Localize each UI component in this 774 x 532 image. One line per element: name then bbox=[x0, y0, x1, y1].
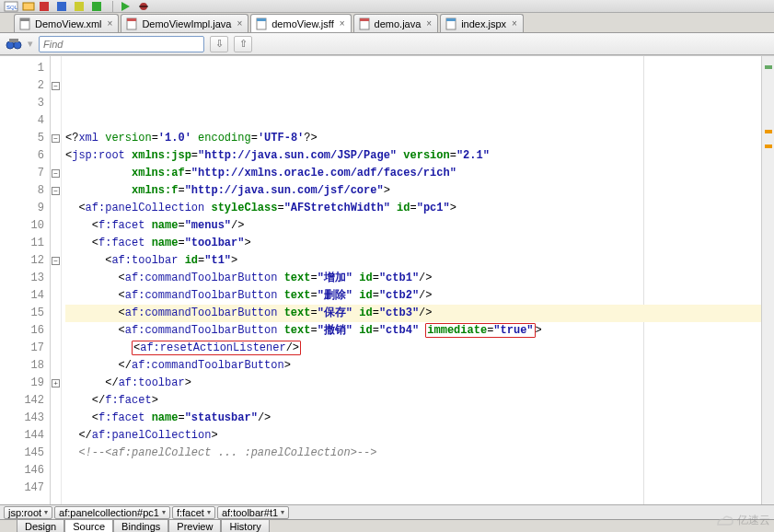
ruler-marker[interactable] bbox=[765, 130, 772, 133]
close-tab-icon[interactable]: × bbox=[338, 18, 345, 29]
binoculars-icon[interactable] bbox=[6, 37, 22, 52]
ruler-marker[interactable] bbox=[765, 145, 772, 148]
line-number: 14 bbox=[0, 287, 50, 305]
yellow-square-icon[interactable] bbox=[74, 1, 88, 12]
fold-cell bbox=[51, 392, 61, 410]
java-file-icon bbox=[125, 17, 138, 30]
code-line[interactable]: <af:panelCollection styleClass="AFStretc… bbox=[65, 200, 761, 217]
find-input[interactable] bbox=[39, 36, 204, 52]
fold-cell bbox=[51, 322, 61, 340]
code-line[interactable]: <f:facet name="menus"/> bbox=[65, 217, 761, 235]
fold-cell bbox=[51, 217, 61, 235]
svg-rect-5 bbox=[75, 2, 84, 11]
code-line[interactable]: xmlns:af="http://xmlns.oracle.com/adf/fa… bbox=[65, 165, 761, 182]
code-line[interactable]: <af:toolbar id="t1"> bbox=[65, 252, 761, 270]
overview-ruler[interactable] bbox=[761, 56, 774, 504]
code-line[interactable]: <f:facet name="statusbar"/> bbox=[65, 410, 761, 427]
code-line[interactable]: <af:commandToolbarButton text="保存" id="c… bbox=[65, 305, 761, 322]
breadcrumb-item-0[interactable]: jsp:root▾ bbox=[4, 506, 52, 519]
code-line[interactable]: <jsp:root xmlns:jsp="http://java.sun.com… bbox=[65, 147, 761, 165]
mode-tab-design[interactable]: Design bbox=[17, 520, 64, 532]
code-line[interactable]: <!--<af:panelCollect ... :panelCollectio… bbox=[65, 445, 761, 462]
fold-cell bbox=[51, 287, 61, 305]
close-tab-icon[interactable]: × bbox=[106, 18, 113, 29]
file-tab-3[interactable]: demo.java× bbox=[353, 14, 439, 32]
blue-square-icon[interactable] bbox=[56, 1, 71, 12]
close-tab-icon[interactable]: × bbox=[424, 18, 432, 29]
main-toolbar: SQL bbox=[0, 0, 774, 13]
fold-toggle[interactable]: − bbox=[52, 169, 60, 178]
file-tab-2[interactable]: demoView.jsff× bbox=[250, 14, 351, 32]
file-tab-4[interactable]: index.jspx× bbox=[440, 14, 524, 32]
find-prev-button[interactable]: ⇩ bbox=[210, 36, 228, 52]
code-line[interactable]: <af:resetActionListener/> bbox=[65, 340, 761, 357]
line-number: 142 bbox=[0, 392, 50, 410]
svg-rect-2 bbox=[23, 3, 34, 10]
line-number: 13 bbox=[0, 270, 50, 287]
open-icon[interactable] bbox=[21, 1, 36, 12]
debug-icon[interactable] bbox=[137, 1, 152, 12]
code-line[interactable]: <af:commandToolbarButton text="撤销" id="c… bbox=[65, 322, 761, 340]
code-line[interactable]: <af:commandToolbarButton text="增加" id="c… bbox=[65, 270, 761, 287]
fold-cell bbox=[51, 427, 61, 445]
fold-toggle[interactable]: − bbox=[52, 257, 60, 265]
file-tab-label: demo.java bbox=[375, 18, 422, 29]
code-line[interactable]: <?xml version='1.0' encoding='UTF-8'?> bbox=[65, 130, 761, 147]
line-number: 4 bbox=[0, 112, 50, 130]
code-line[interactable] bbox=[65, 480, 761, 497]
fold-cell: − bbox=[51, 77, 61, 95]
code-line[interactable] bbox=[65, 497, 761, 515]
svg-rect-3 bbox=[40, 2, 49, 11]
red-square-icon[interactable] bbox=[39, 1, 53, 12]
code-line[interactable]: </af:commandToolbarButton> bbox=[65, 357, 761, 375]
code-line[interactable]: xmlns:f="http://java.sun.com/jsf/core"> bbox=[65, 182, 761, 200]
fold-toggle[interactable]: + bbox=[52, 379, 60, 387]
find-next-button[interactable]: ⇧ bbox=[234, 36, 252, 52]
code-line[interactable]: </f:facet> bbox=[65, 392, 761, 410]
svg-rect-13 bbox=[127, 18, 136, 21]
svg-point-20 bbox=[6, 41, 14, 49]
close-tab-icon[interactable]: × bbox=[510, 18, 517, 29]
fold-toggle[interactable]: − bbox=[52, 82, 60, 90]
code-line[interactable]: </af:toolbar> bbox=[65, 375, 761, 392]
fold-toggle[interactable]: − bbox=[52, 134, 60, 143]
fold-cell: + bbox=[51, 375, 61, 392]
fold-cell bbox=[51, 112, 61, 130]
jsff-file-icon bbox=[255, 17, 268, 30]
line-number: 2 bbox=[0, 77, 50, 95]
close-tab-icon[interactable]: × bbox=[235, 18, 242, 29]
fold-cell bbox=[51, 357, 61, 375]
run-icon[interactable] bbox=[120, 1, 134, 12]
line-number: 147 bbox=[0, 480, 50, 497]
ruler-marker[interactable] bbox=[765, 65, 772, 69]
line-number: 143 bbox=[0, 410, 50, 427]
fold-cell: − bbox=[51, 165, 61, 182]
svg-rect-17 bbox=[360, 18, 369, 21]
code-content[interactable]: 撤销功能必须的两个属性 <?xml version='1.0' encoding… bbox=[62, 56, 761, 504]
svg-point-21 bbox=[14, 41, 21, 49]
code-editor: 1234567891011121314151617181914214314414… bbox=[0, 55, 774, 504]
file-tab-label: DemoViewImpl.java bbox=[142, 18, 231, 29]
fold-toggle[interactable]: − bbox=[52, 187, 60, 195]
find-bar: ▾ ⇩ ⇧ bbox=[0, 33, 774, 55]
code-line[interactable]: </af:panelCollection> bbox=[65, 427, 761, 445]
toolbar-separator bbox=[112, 1, 113, 12]
code-line[interactable]: <af:commandToolbarButton text="删除" id="c… bbox=[65, 287, 761, 305]
fold-cell bbox=[51, 340, 61, 357]
file-tab-0[interactable]: DemoView.xml× bbox=[14, 14, 119, 32]
code-line[interactable]: <f:facet name="toolbar"> bbox=[65, 235, 761, 252]
file-tab-1[interactable]: DemoViewImpl.java× bbox=[121, 14, 248, 32]
sql-icon[interactable]: SQL bbox=[4, 1, 18, 12]
line-number: 16 bbox=[0, 322, 50, 340]
chevron-down-icon: ▾ bbox=[44, 508, 48, 516]
code-line[interactable] bbox=[65, 515, 761, 532]
fold-cell: − bbox=[51, 182, 61, 200]
line-number: 15 bbox=[0, 305, 50, 322]
line-number: 3 bbox=[0, 95, 50, 112]
fold-cell: − bbox=[51, 252, 61, 270]
watermark: 亿速云 bbox=[714, 513, 770, 528]
line-number: 18 bbox=[0, 357, 50, 375]
find-dropdown-icon[interactable]: ▾ bbox=[28, 38, 33, 50]
green-square-icon[interactable] bbox=[91, 1, 106, 12]
code-line[interactable] bbox=[65, 462, 761, 480]
